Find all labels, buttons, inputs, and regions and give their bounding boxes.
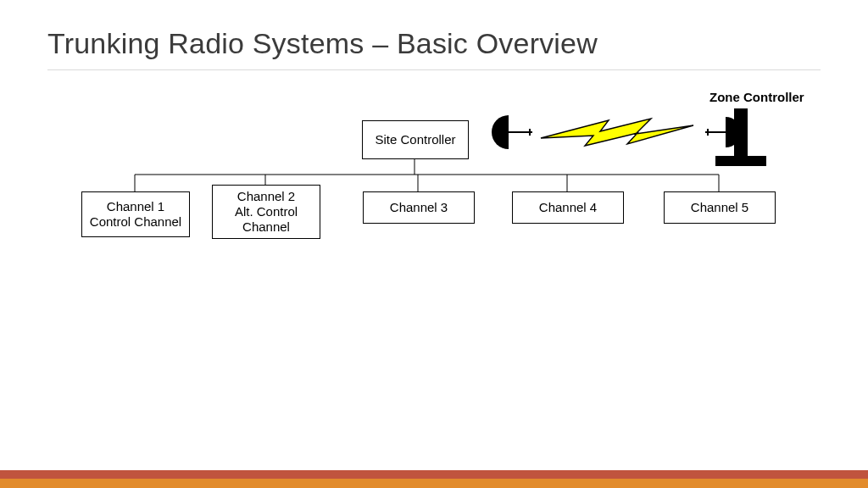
tower-icon [715,108,766,166]
dish-antenna-right-icon [705,117,741,147]
lightning-bolt-icon [541,119,693,146]
svg-rect-12 [715,156,766,166]
dish-antenna-left-icon [492,115,532,149]
channel-name: Channel 3 [390,200,448,215]
site-controller-box: Site Controller [362,120,469,159]
zone-controller-label: Zone Controller [709,90,804,104]
footer-bar-inner [0,479,868,488]
channel-box-2: Channel 2 Alt. Control Channel [212,185,320,239]
title-divider [47,69,821,70]
svg-rect-11 [734,108,748,156]
channel-box-5: Channel 5 [664,191,776,224]
channel-name: Channel 1 [107,199,164,214]
channel-box-1: Channel 1 Control Channel [81,191,190,237]
svg-marker-13 [541,119,693,146]
slide-title: Trunking Radio Systems – Basic Overview [47,27,598,60]
channel-box-3: Channel 3 [363,191,475,224]
channel-subtitle: Control Channel [90,214,181,230]
channel-name: Channel 2 [237,189,295,204]
channel-name: Channel 5 [691,200,748,215]
channel-box-4: Channel 4 [512,191,624,224]
channel-subtitle: Alt. Control Channel [213,204,320,235]
site-controller-text: Site Controller [375,132,455,147]
channel-name: Channel 4 [539,200,597,215]
